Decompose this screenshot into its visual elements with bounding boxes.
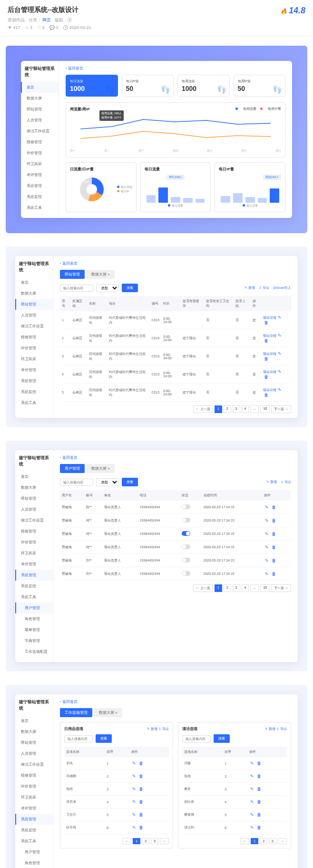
add-button[interactable]: ✎ 新增 [245, 286, 255, 290]
sidebar-item[interactable]: 环卫风采 [15, 354, 53, 365]
sidebar-item[interactable]: 保洁工作设置 [15, 321, 53, 332]
sidebar-item[interactable]: 驿站管理 [21, 104, 59, 115]
sidebar-item[interactable]: 首页 [15, 277, 53, 288]
breadcrumb[interactable]: 返回首页 [60, 455, 291, 460]
sidebar-item[interactable]: 首页 [15, 715, 53, 726]
sidebar-item[interactable]: 报修管理 [15, 770, 53, 781]
sidebar-item[interactable]: 环卫风采 [21, 158, 59, 169]
sidebar-item[interactable]: 保洁工作设置 [21, 126, 59, 137]
sidebar-item[interactable]: 数据大屏 [15, 482, 53, 493]
edit-icon[interactable]: ✎ [250, 774, 254, 779]
delete-icon[interactable]: 🗑 [257, 825, 261, 830]
delete-icon[interactable]: 🗑 [139, 787, 143, 791]
delete-icon[interactable]: 🗑 [272, 545, 276, 550]
edit-icon[interactable]: ✎ [265, 505, 269, 510]
edit-icon[interactable]: ✎ [132, 825, 136, 830]
delete-icon[interactable]: 🗑 [264, 393, 268, 397]
search-button[interactable]: 搜索 [122, 284, 138, 292]
sidebar-sub-item[interactable]: 用户管理 [15, 602, 53, 613]
breadcrumb[interactable]: 返回首页 [60, 261, 291, 266]
sidebar-sub-item[interactable]: 字典管理 [15, 635, 53, 646]
status-toggle[interactable] [182, 531, 190, 536]
sidebar-sub-item[interactable]: 角色管理 [15, 613, 53, 624]
delete-icon[interactable]: 🗑 [272, 532, 276, 536]
edit-icon[interactable]: ✎ [132, 774, 136, 779]
status-toggle[interactable] [182, 571, 190, 576]
sidebar-item[interactable]: 数据大屏 [21, 93, 59, 104]
tab-station[interactable]: 驿站管理 [60, 270, 85, 279]
edit-icon[interactable]: ✎ [278, 351, 282, 356]
add-button[interactable]: ✎ 新增 [265, 727, 275, 731]
pager[interactable]: ← 上一页1234...10下一页 → [60, 405, 291, 413]
delete-icon[interactable]: 🗑 [264, 356, 268, 361]
edit-icon[interactable]: ✎ [265, 572, 269, 576]
edit-icon[interactable]: ✎ [265, 558, 269, 563]
add-button[interactable]: ✎ 新增 [266, 480, 277, 484]
search-input[interactable] [60, 285, 93, 292]
edit-icon[interactable]: ✎ [265, 545, 269, 550]
export-button[interactable]: ⇩ 导出 [158, 727, 169, 731]
edit-icon[interactable]: ✎ [278, 333, 282, 338]
sidebar-item[interactable]: 驿站管理 [15, 493, 53, 504]
export-button[interactable]: ⇩ 导出 [259, 286, 269, 290]
delete-icon[interactable]: 🗑 [139, 812, 143, 817]
sidebar-item[interactable]: 系统监控 [15, 386, 53, 397]
search-input[interactable] [64, 735, 93, 742]
sidebar-item[interactable]: 保洁工作设置 [15, 759, 53, 770]
edit-icon[interactable]: ✎ [250, 761, 254, 766]
sidebar-item[interactable]: 首页 [15, 471, 53, 482]
search-button[interactable]: 搜索 [214, 734, 230, 743]
delete-icon[interactable]: 🗑 [257, 812, 261, 817]
sidebar-item[interactable]: 报修管理 [15, 332, 53, 343]
delete-icon[interactable]: 🗑 [264, 375, 268, 379]
tab-datascreen[interactable]: 数据大屏 × [87, 270, 115, 279]
sidebar-item[interactable]: 系统监控 [15, 581, 53, 592]
detail-link[interactable]: 驿站详情 [263, 352, 276, 355]
edit-icon[interactable]: ✎ [250, 799, 254, 804]
delete-icon[interactable]: 🗑 [272, 558, 276, 563]
tab-user[interactable]: 用户管理 [60, 464, 85, 473]
delete-icon[interactable]: 🗑 [139, 825, 143, 830]
delete-icon[interactable]: 🗑 [139, 774, 143, 779]
status-toggle[interactable] [182, 558, 190, 562]
sidebar-item[interactable]: 评价管理 [15, 343, 53, 354]
sidebar-sub-item[interactable]: 角色管理 [15, 858, 53, 868]
sidebar-item[interactable]: 首页 [21, 82, 59, 93]
delete-icon[interactable]: 🗑 [139, 799, 143, 804]
sidebar-item[interactable]: 报修管理 [15, 526, 53, 537]
sidebar-sub-item[interactable]: 用户管理 [15, 847, 53, 858]
detail-link[interactable]: 驿站详情 [263, 316, 276, 319]
import-button[interactable]: 从Excel导入 [273, 286, 291, 290]
delete-icon[interactable]: 🗑 [272, 505, 276, 510]
sidebar-item[interactable]: 评价管理 [15, 781, 53, 792]
export-button[interactable]: ⇩ 导出 [281, 480, 291, 484]
export-button[interactable]: ⇩ 导出 [276, 727, 287, 731]
edit-icon[interactable]: ✎ [132, 799, 136, 804]
category-link[interactable]: 网页 [42, 18, 51, 22]
tab-work[interactable]: 工作选项管理 [60, 708, 92, 717]
edit-icon[interactable]: ✎ [278, 387, 282, 392]
sidebar-item[interactable]: 考评管理 [15, 365, 53, 375]
sidebar-sub-item[interactable]: 菜单管理 [15, 624, 53, 635]
delete-icon[interactable]: 🗑 [257, 799, 261, 804]
sidebar-item[interactable]: 系统监控 [15, 825, 53, 836]
edit-icon[interactable]: ✎ [132, 761, 136, 766]
edit-icon[interactable]: ✎ [250, 825, 254, 830]
sidebar-item[interactable]: 保洁工作设置 [15, 515, 53, 526]
sidebar-item[interactable]: 考评管理 [21, 169, 59, 180]
sidebar-item[interactable]: 报修管理 [21, 137, 59, 148]
breadcrumb[interactable]: 返回首页 [60, 699, 291, 704]
edit-icon[interactable]: ✎ [132, 787, 136, 791]
edit-icon[interactable]: ✎ [132, 812, 136, 817]
sidebar-item[interactable]: 系统管理 [15, 814, 53, 825]
delete-icon[interactable]: 🗑 [139, 761, 143, 766]
sidebar-item[interactable]: 考评管理 [15, 803, 53, 814]
edit-icon[interactable]: ✎ [265, 532, 269, 536]
delete-icon[interactable]: 🗑 [264, 320, 268, 325]
sidebar-item[interactable]: 系统工具 [15, 836, 53, 847]
sidebar-item[interactable]: 驿站管理 [15, 737, 53, 748]
status-toggle[interactable] [182, 504, 190, 509]
sidebar-item[interactable]: 人员管理 [15, 310, 53, 321]
sidebar-item[interactable]: 人员管理 [21, 115, 59, 126]
type-select[interactable]: 类型 [96, 284, 119, 292]
